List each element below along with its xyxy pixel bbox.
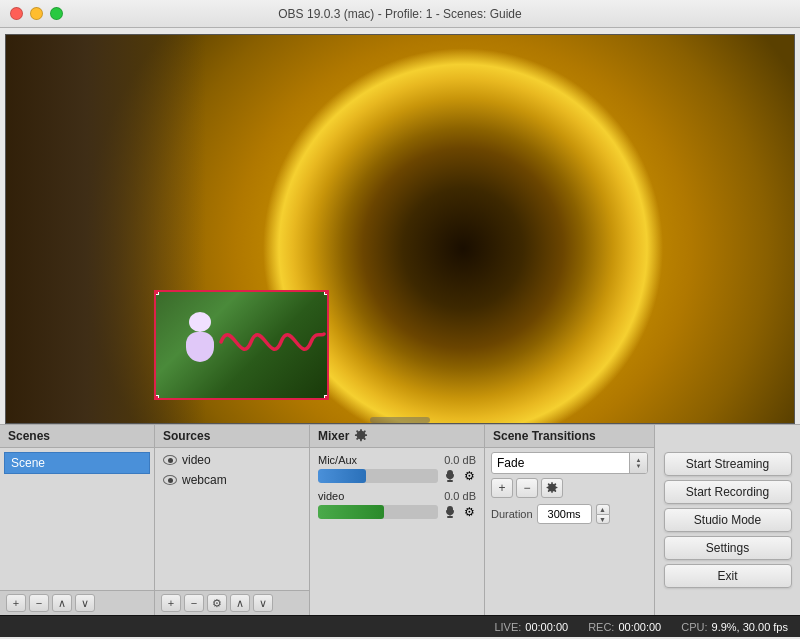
duration-row: Duration ▲ ▼ <box>491 504 648 524</box>
scenes-content: Scene <box>0 448 154 590</box>
exit-button[interactable]: Exit <box>664 564 792 588</box>
mixer-content: Mic/Aux 0.0 dB ⚙ <box>310 448 484 615</box>
source-settings-button[interactable]: ⚙ <box>207 594 227 612</box>
preview-top-overlay <box>544 35 794 155</box>
mixer-title: Mixer <box>318 429 349 443</box>
mixer-track-db-mic: 0.0 dB <box>444 454 476 466</box>
scenes-title: Scenes <box>8 429 50 443</box>
source-remove-button[interactable]: − <box>184 594 204 612</box>
window-controls[interactable] <box>10 7 63 20</box>
duration-down-button[interactable]: ▼ <box>596 514 610 524</box>
transition-selected-label: Fade <box>492 456 629 470</box>
scene-remove-button[interactable]: − <box>29 594 49 612</box>
minimize-button[interactable] <box>30 7 43 20</box>
scene-move-down-button[interactable]: ∨ <box>75 594 95 612</box>
rec-label: REC: <box>588 621 614 633</box>
transitions-panel: Scene Transitions Fade ▲ ▼ + − <box>485 425 655 615</box>
transition-settings-button[interactable] <box>541 478 563 498</box>
sources-panel: Sources video webcam + − ⚙ ∧ ∨ <box>155 425 310 615</box>
sources-content: video webcam <box>155 448 309 590</box>
bottom-section: Scenes Scene + − ∧ ∨ Sources video <box>0 424 800 637</box>
mixer-slider-mic[interactable] <box>318 469 438 483</box>
transitions-title: Scene Transitions <box>493 429 596 443</box>
mixer-slider-fill-video <box>318 505 384 519</box>
mixer-track-name-video: video <box>318 490 344 502</box>
source-visible-icon-webcam[interactable] <box>163 475 177 485</box>
sources-title: Sources <box>163 429 210 443</box>
source-add-button[interactable]: + <box>161 594 181 612</box>
source-item-video[interactable]: video <box>157 450 307 470</box>
mixer-mute-mic[interactable] <box>442 468 458 484</box>
pip-drawing <box>216 312 326 372</box>
source-visible-icon-video[interactable] <box>163 455 177 465</box>
source-item-webcam[interactable]: webcam <box>157 470 307 490</box>
mixer-track-mic: Mic/Aux 0.0 dB ⚙ <box>312 452 482 486</box>
source-move-down-button[interactable]: ∨ <box>253 594 273 612</box>
start-streaming-button[interactable]: Start Streaming <box>664 452 792 476</box>
status-bar: LIVE: 00:00:00 REC: 00:00:00 CPU: 9.9%, … <box>0 615 800 637</box>
scenes-header: Scenes <box>0 425 154 448</box>
scenes-toolbar: + − ∧ ∨ <box>0 590 154 615</box>
close-button[interactable] <box>10 7 23 20</box>
mixer-track-name-mic: Mic/Aux <box>318 454 357 466</box>
preview-canvas[interactable] <box>5 34 795 424</box>
mixer-slider-fill-mic <box>318 469 366 483</box>
controls-panel: Start Streaming Start Recording Studio M… <box>655 425 800 615</box>
transition-select-row: Fade ▲ ▼ <box>491 452 648 474</box>
pip-handle-br[interactable] <box>324 395 329 400</box>
titlebar: OBS 19.0.3 (mac) - Profile: 1 - Scenes: … <box>0 0 800 28</box>
pip-character <box>186 312 214 362</box>
preview-scrollbar[interactable] <box>370 417 430 423</box>
transition-controls: + − <box>491 478 648 498</box>
duration-input[interactable] <box>537 504 592 524</box>
source-move-up-button[interactable]: ∧ <box>230 594 250 612</box>
studio-mode-button[interactable]: Studio Mode <box>664 508 792 532</box>
pip-handle-bl[interactable] <box>154 395 159 400</box>
status-live: LIVE: 00:00:00 <box>494 621 568 633</box>
transition-add-button[interactable]: + <box>491 478 513 498</box>
live-value: 00:00:00 <box>525 621 568 633</box>
mixer-settings-video[interactable]: ⚙ <box>462 505 476 519</box>
mixer-mute-video[interactable] <box>442 504 458 520</box>
mixer-header: Mixer <box>310 425 484 448</box>
window-title: OBS 19.0.3 (mac) - Profile: 1 - Scenes: … <box>278 7 521 21</box>
pip-handle-tr[interactable] <box>324 290 329 295</box>
scene-item[interactable]: Scene <box>4 452 150 474</box>
mixer-slider-video[interactable] <box>318 505 438 519</box>
live-label: LIVE: <box>494 621 521 633</box>
scene-add-button[interactable]: + <box>6 594 26 612</box>
rec-value: 00:00:00 <box>618 621 661 633</box>
status-cpu: CPU: 9.9%, 30.00 fps <box>681 621 788 633</box>
panels-row: Scenes Scene + − ∧ ∨ Sources video <box>0 424 800 615</box>
mixer-settings-mic[interactable]: ⚙ <box>462 469 476 483</box>
duration-up-button[interactable]: ▲ <box>596 504 610 514</box>
source-label-video: video <box>182 453 211 467</box>
source-label-webcam: webcam <box>182 473 227 487</box>
maximize-button[interactable] <box>50 7 63 20</box>
cpu-label: CPU: <box>681 621 707 633</box>
transitions-content: Fade ▲ ▼ + − Duration <box>485 448 654 615</box>
status-rec: REC: 00:00:00 <box>588 621 661 633</box>
pip-source[interactable] <box>154 290 329 400</box>
pip-handle-tl[interactable] <box>154 290 159 295</box>
scenes-panel: Scenes Scene + − ∧ ∨ <box>0 425 155 615</box>
duration-label: Duration <box>491 508 533 520</box>
settings-button[interactable]: Settings <box>664 536 792 560</box>
sources-toolbar: + − ⚙ ∧ ∨ <box>155 590 309 615</box>
start-recording-button[interactable]: Start Recording <box>664 480 792 504</box>
sources-header: Sources <box>155 425 309 448</box>
mixer-track-db-video: 0.0 dB <box>444 490 476 502</box>
scene-move-up-button[interactable]: ∧ <box>52 594 72 612</box>
mixer-panel: Mixer Mic/Aux 0.0 dB <box>310 425 485 615</box>
mixer-track-video: video 0.0 dB ⚙ <box>312 488 482 522</box>
transition-dropdown-arrow[interactable]: ▲ ▼ <box>629 453 647 473</box>
mixer-settings-icon[interactable] <box>354 429 368 443</box>
cpu-value: 9.9%, 30.00 fps <box>712 621 788 633</box>
transitions-header: Scene Transitions <box>485 425 654 448</box>
duration-spinner: ▲ ▼ <box>596 504 610 524</box>
transition-remove-button[interactable]: − <box>516 478 538 498</box>
